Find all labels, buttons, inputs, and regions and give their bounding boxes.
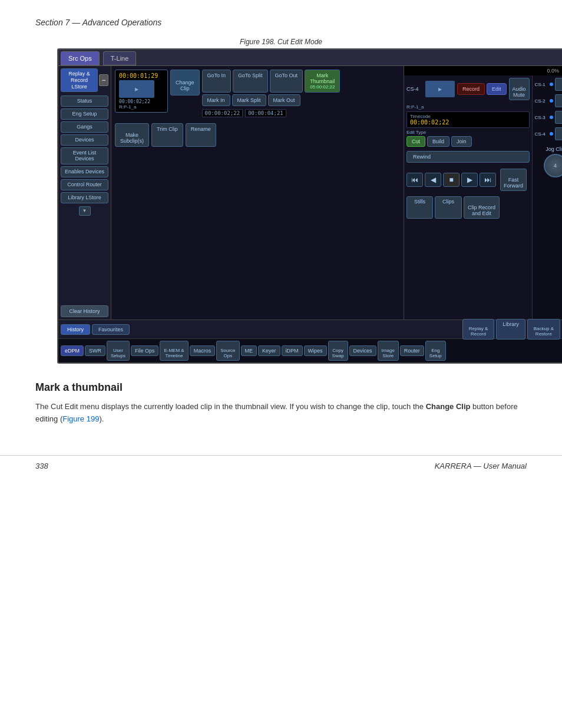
- event-list-btn[interactable]: Event List Devices: [61, 147, 108, 165]
- cs4-top-row: CS-4 ▶ Record Edit: [406, 78, 530, 100]
- goto-in-btn[interactable]: GoTo In: [202, 70, 232, 93]
- rewind-btn[interactable]: Rewind: [406, 151, 530, 163]
- goto-split-btn[interactable]: GoTo Split: [233, 70, 268, 93]
- devices-toolbar-btn[interactable]: Devices: [349, 345, 376, 356]
- right-strip: CS-1 ✎ CS-2 ★ CS-3 ▶▶: [532, 75, 562, 319]
- center-empty: [115, 149, 400, 316]
- transport-back[interactable]: ◀: [425, 173, 441, 187]
- replay-record-bottom-tab[interactable]: Replay & Record: [462, 319, 494, 339]
- rename-btn[interactable]: Rename: [186, 123, 216, 147]
- cs2-icon[interactable]: ★: [555, 94, 562, 107]
- change-clip-btn[interactable]: Change Clip: [170, 70, 200, 95]
- make-subclip-btn[interactable]: Make Subclip(s): [115, 123, 149, 147]
- cs4-icon[interactable]: ▶: [555, 127, 562, 140]
- center-panel: 00:00:01;29 ▶ 00:00:02;22 R:P-1_a Change…: [111, 66, 404, 319]
- tab-t-line[interactable]: T-Line: [103, 51, 137, 65]
- cut-btn[interactable]: Cut: [406, 136, 425, 147]
- timecode-thumb: ▶: [119, 80, 154, 98]
- transport-stop[interactable]: ■: [443, 173, 459, 187]
- record-btn[interactable]: Record: [457, 83, 485, 95]
- devices-btn[interactable]: Devices: [61, 134, 108, 146]
- fast-forward-btn[interactable]: Fast Forward: [500, 169, 527, 191]
- sub-tc-1: 00:00:02;22: [202, 109, 243, 117]
- favourites-tab[interactable]: Favourites: [92, 324, 130, 335]
- bottom-right-tabs: Replay & Record Library Backup & Restore: [462, 319, 560, 339]
- jog-dial[interactable]: 4: [544, 154, 562, 177]
- minus-btn[interactable]: −: [99, 74, 108, 86]
- router-btn[interactable]: Router: [400, 345, 424, 356]
- figure-199-link[interactable]: Figure 199: [62, 414, 99, 423]
- center-bottom-btns: Make Subclip(s) Trim Clip Rename: [115, 123, 400, 147]
- control-btn[interactable]: Control Router: [61, 179, 108, 190]
- eng-setup-btn[interactable]: Eng Setup: [61, 108, 108, 120]
- jog-num: 4: [554, 163, 557, 169]
- me-btn[interactable]: ME: [241, 345, 257, 356]
- jog-clip-area: Jog Clip 4: [535, 144, 562, 180]
- goto-out-btn[interactable]: GoTo Out: [270, 70, 303, 93]
- source-ops-btn[interactable]: Source Ops: [216, 341, 239, 361]
- stills-btn[interactable]: Stills: [406, 196, 433, 219]
- mark-in-btn[interactable]: Mark In: [202, 94, 230, 106]
- mark-out-btn[interactable]: Mark Out: [268, 94, 300, 106]
- timecode-val: 00:00:01;29: [119, 73, 164, 79]
- replay-record-btn[interactable]: Replay & Record LStore: [61, 68, 98, 92]
- replay-record-row: Replay & Record LStore −: [61, 68, 108, 92]
- cs3-strip-label: CS-3: [535, 115, 548, 120]
- progress-text: 0.0%: [547, 68, 559, 74]
- copy-swap-btn[interactable]: Copy Swap: [328, 341, 348, 361]
- cs4-bottom-label: CS-4: [535, 131, 548, 137]
- transport-skip-fwd[interactable]: ⏭: [480, 173, 496, 187]
- idpm-btn[interactable]: iDPM: [282, 345, 303, 356]
- figure-caption: Figure 198. Cut Edit Mode: [0, 38, 562, 46]
- file-ops-btn[interactable]: File Ops: [131, 345, 159, 356]
- edit-btn[interactable]: Edit: [487, 83, 507, 95]
- user-setups-btn[interactable]: User Setups: [107, 341, 130, 361]
- clips-btn[interactable]: Clips: [435, 196, 462, 219]
- tab-src-ops[interactable]: Src Ops: [61, 51, 100, 65]
- wipes-btn[interactable]: Wipes: [304, 345, 327, 356]
- right-main: CS-4 ▶ Record Edit: [404, 75, 532, 319]
- mark-split-btn[interactable]: Mark Split: [232, 94, 266, 106]
- sub-tc-2: 00:00:04;21: [245, 109, 286, 117]
- status-btn[interactable]: Status: [61, 95, 108, 107]
- macros-btn[interactable]: Macros: [190, 345, 216, 356]
- keyer-btn[interactable]: Keyer: [258, 345, 280, 356]
- gangs-btn[interactable]: Gangs: [61, 121, 108, 133]
- mark-thumbnail-btn[interactable]: Mark Thumbnail 05:00:02;22: [305, 70, 340, 93]
- cs3-strip-item: CS-3 ▶▶: [535, 111, 562, 124]
- emem-timeline-btn[interactable]: E-MEM & Timeline: [160, 341, 188, 361]
- join-btn[interactable]: Join: [451, 136, 472, 147]
- build-btn[interactable]: Build: [427, 136, 449, 147]
- transport-play[interactable]: ▶: [461, 173, 478, 187]
- audio-mute-btn[interactable]: Audio Mute: [509, 78, 530, 100]
- rp-label: R:P-1_a: [119, 104, 164, 110]
- library-bottom-tab[interactable]: Library: [496, 319, 525, 339]
- enables-btn[interactable]: Enables Devices: [61, 166, 108, 177]
- cs1-dot: [550, 83, 553, 86]
- bottom-toolbar: eDPM SWR User Setups File Ops E-MEM & Ti…: [58, 338, 562, 363]
- timecode-block: Timecode 00:00:02;22: [406, 111, 530, 128]
- library-btn[interactable]: Library LStore: [61, 192, 108, 203]
- transport-skip-back[interactable]: ⏮: [406, 173, 423, 187]
- stills-clips-row: Stills Clips Clip Record and Edit: [406, 196, 530, 219]
- swr-btn[interactable]: SWR: [85, 345, 105, 356]
- backup-restore-tab[interactable]: Backup & Restore: [527, 319, 560, 339]
- eng-setup-toolbar-btn[interactable]: Eng Setup: [425, 341, 446, 361]
- edit-type-section: Edit Type Cut Build Join: [406, 130, 530, 147]
- tc-val: 00:00:02;22: [410, 119, 526, 126]
- edpm-btn[interactable]: eDPM: [61, 345, 84, 356]
- image-store-btn[interactable]: Image Store: [378, 341, 399, 361]
- dropdown-arrow[interactable]: ▼: [79, 206, 91, 216]
- cs3-icon[interactable]: ▶▶: [555, 111, 562, 124]
- history-tab[interactable]: History: [61, 324, 90, 335]
- clear-history-btn[interactable]: Clear History: [61, 305, 108, 317]
- cs4-dot: [550, 132, 553, 136]
- trim-clip-btn[interactable]: Trim Clip: [151, 123, 183, 147]
- jog-clip-label: Jog Clip: [546, 146, 562, 152]
- page-footer: 338 KARRERA — User Manual: [0, 455, 562, 476]
- clip-record-btn[interactable]: Clip Record and Edit: [464, 196, 500, 219]
- right-inner: CS-4 ▶ Record Edit: [404, 75, 562, 319]
- cs1-icon[interactable]: ✎: [555, 78, 562, 91]
- transport-row: ⏮ ◀ ■ ▶ ⏭ Fast Forward: [406, 169, 530, 191]
- btn-row-1: GoTo In GoTo Split GoTo Out Mark Thumbna…: [202, 70, 340, 93]
